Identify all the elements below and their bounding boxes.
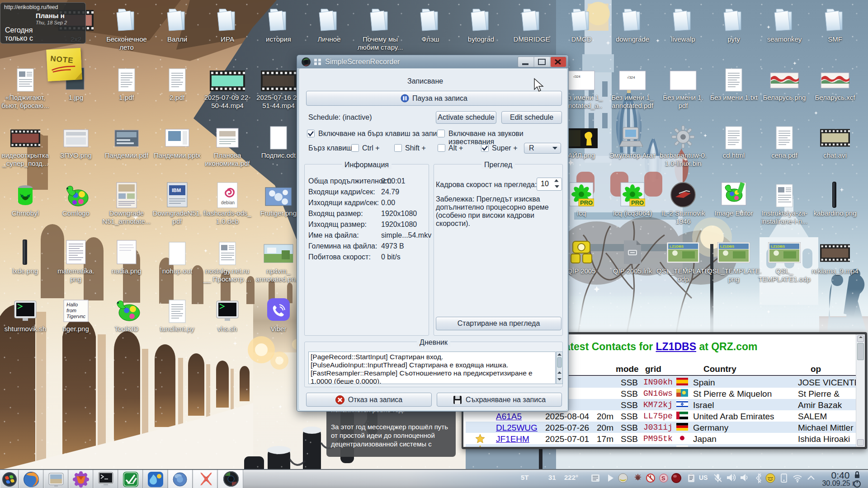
svg-text:√324: √324 bbox=[627, 75, 635, 80]
svg-text:PRO: PRO bbox=[631, 199, 644, 206]
svg-text:Hallo: Hallo bbox=[66, 302, 78, 307]
svg-text:LZ1DBS: LZ1DBS bbox=[720, 244, 735, 249]
svg-text:debian: debian bbox=[221, 200, 235, 205]
svg-text:LZ1DBS: LZ1DBS bbox=[670, 244, 684, 249]
svg-text:PRO: PRO bbox=[580, 199, 593, 206]
svg-text:IBM: IBM bbox=[172, 188, 181, 193]
svg-text:from: from bbox=[66, 308, 76, 313]
svg-text:Tigervnc: Tigervnc bbox=[66, 314, 86, 319]
svg-text:LZ1DBS: LZ1DBS bbox=[771, 244, 785, 249]
svg-text:√324: √324 bbox=[573, 75, 580, 78]
svg-text:S: S bbox=[661, 475, 665, 482]
